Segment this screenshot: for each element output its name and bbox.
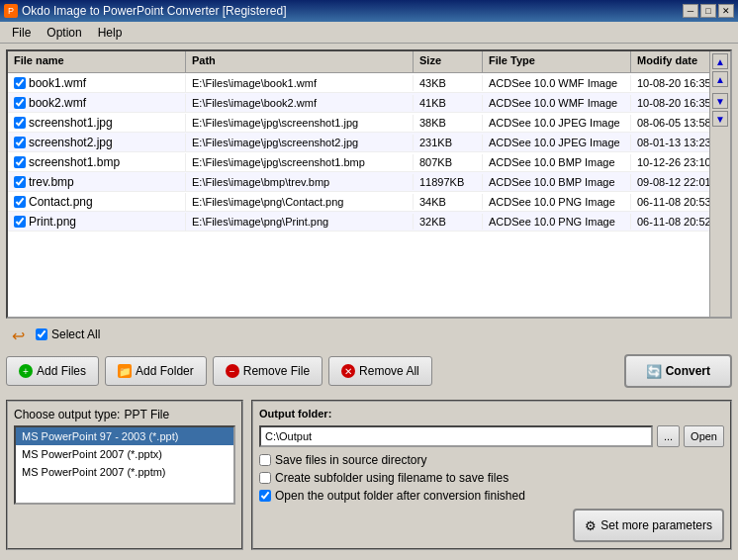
td-size: 32KB bbox=[414, 214, 483, 230]
row-checkbox-2[interactable] bbox=[14, 117, 26, 129]
option-checkbox-2[interactable] bbox=[259, 490, 271, 502]
option-checkbox-0[interactable] bbox=[259, 454, 271, 466]
filename-text: trev.bmp bbox=[29, 175, 74, 189]
option-label-1: Create subfolder using filename to save … bbox=[275, 471, 508, 485]
add-folder-label: Add Folder bbox=[136, 364, 194, 378]
row-checkbox-cell[interactable]: trev.bmp bbox=[14, 175, 179, 189]
td-date: 08-01-13 13:23 bbox=[631, 135, 709, 150]
remove-file-icon: − bbox=[226, 364, 239, 378]
td-name: Contact.png bbox=[8, 193, 186, 211]
titlebar-title: P Okdo Image to PowerPoint Converter [Re… bbox=[4, 4, 286, 18]
td-date: 09-08-12 22:01 bbox=[631, 174, 709, 190]
td-size: 34KB bbox=[414, 194, 483, 210]
row-checkbox-1[interactable] bbox=[14, 97, 26, 109]
td-type: ACDSee 10.0 PNG Image bbox=[483, 194, 631, 210]
col-modifydate: Modify date bbox=[631, 51, 709, 72]
row-checkbox-6[interactable] bbox=[14, 196, 26, 208]
option-checkbox-1[interactable] bbox=[259, 472, 271, 484]
minimize-button[interactable]: ─ bbox=[683, 4, 698, 18]
params-row: ⚙ Set more parameters bbox=[259, 509, 724, 542]
row-checkbox-cell[interactable]: Print.png bbox=[14, 215, 179, 229]
td-path: E:\Files\image\bmp\trev.bmp bbox=[186, 174, 414, 190]
td-path: E:\Files\image\png\Print.png bbox=[186, 214, 414, 230]
td-path: E:\Files\image\jpg\screenshot2.jpg bbox=[186, 135, 414, 150]
output-option[interactable]: MS PowerPoint 2007 (*.pptx) bbox=[16, 445, 233, 463]
output-option[interactable]: MS PowerPoint 2007 (*.pptm) bbox=[16, 463, 233, 481]
row-checkbox-7[interactable] bbox=[14, 216, 26, 228]
table-row: screenshot2.jpg E:\Files\image\jpg\scree… bbox=[8, 133, 709, 152]
maximize-button[interactable]: □ bbox=[700, 4, 716, 18]
back-icon[interactable]: ↩ bbox=[12, 327, 32, 342]
remove-all-icon: ✕ bbox=[341, 364, 355, 378]
convert-button[interactable]: 🔄 Convert bbox=[624, 354, 732, 388]
close-button[interactable]: ✕ bbox=[718, 4, 734, 18]
output-type-title: Choose output type: PPT File bbox=[14, 408, 235, 421]
add-files-button[interactable]: + Add Files bbox=[6, 356, 99, 386]
output-folder-panel: Output folder: ... Open Save files in so… bbox=[251, 400, 732, 550]
output-type-label: Choose output type: bbox=[14, 408, 120, 421]
scroll-down-button[interactable]: ▼ bbox=[712, 93, 728, 109]
convert-icon: 🔄 bbox=[646, 364, 662, 379]
td-type: ACDSee 10.0 JPEG Image bbox=[483, 115, 631, 131]
row-checkbox-0[interactable] bbox=[14, 77, 26, 89]
filename-text: screenshot2.jpg bbox=[29, 136, 113, 149]
row-checkbox-cell[interactable]: screenshot1.bmp bbox=[14, 155, 179, 169]
action-buttons-bar: + Add Files 📁 Add Folder − Remove File ✕… bbox=[6, 350, 732, 392]
td-type: ACDSee 10.0 PNG Image bbox=[483, 214, 631, 230]
output-type-list[interactable]: MS PowerPoint 97 - 2003 (*.ppt)MS PowerP… bbox=[14, 425, 235, 505]
row-checkbox-cell[interactable]: screenshot2.jpg bbox=[14, 136, 179, 149]
col-filetype: File Type bbox=[483, 51, 631, 72]
row-checkbox-3[interactable] bbox=[14, 137, 26, 148]
td-date: 10-08-20 16:35 bbox=[631, 75, 709, 91]
row-checkbox-cell[interactable]: Contact.png bbox=[14, 195, 179, 209]
remove-all-button[interactable]: ✕ Remove All bbox=[328, 356, 432, 386]
row-checkbox-4[interactable] bbox=[14, 156, 26, 168]
checkbox-row-0: Save files in source directory bbox=[259, 453, 724, 467]
scroll-top-button[interactable]: ▲ bbox=[712, 53, 728, 69]
filename-text: book2.wmf bbox=[29, 96, 86, 110]
td-size: 43KB bbox=[414, 75, 483, 91]
row-checkbox-cell[interactable]: screenshot1.jpg bbox=[14, 116, 179, 130]
td-name: book1.wmf bbox=[8, 74, 186, 92]
scroll-up-button[interactable]: ▲ bbox=[712, 71, 728, 87]
window-controls: ─ □ ✕ bbox=[683, 4, 734, 18]
td-date: 06-11-08 20:52 bbox=[631, 214, 709, 230]
checkbox-row-2: Open the output folder after conversion … bbox=[259, 489, 724, 503]
menu-option[interactable]: Option bbox=[39, 24, 89, 42]
td-name: screenshot1.jpg bbox=[8, 114, 186, 132]
remove-file-button[interactable]: − Remove File bbox=[213, 356, 323, 386]
file-table-body: book1.wmf E:\Files\image\book1.wmf 43KB … bbox=[8, 73, 709, 317]
td-name: book2.wmf bbox=[8, 94, 186, 112]
select-all-checkbox[interactable] bbox=[36, 328, 47, 340]
add-folder-icon: 📁 bbox=[118, 364, 132, 378]
table-row: book1.wmf E:\Files\image\book1.wmf 43KB … bbox=[8, 73, 709, 93]
add-folder-button[interactable]: 📁 Add Folder bbox=[105, 356, 207, 386]
td-date: 10-12-26 23:10 bbox=[631, 154, 709, 170]
td-name: Print.png bbox=[8, 213, 186, 231]
output-type-panel: Choose output type: PPT File MS PowerPoi… bbox=[6, 400, 243, 550]
browse-button[interactable]: ... bbox=[657, 425, 680, 447]
set-params-button[interactable]: ⚙ Set more parameters bbox=[573, 509, 724, 542]
main-content: File name Path Size File Type Modify dat… bbox=[0, 44, 738, 560]
row-checkbox-cell[interactable]: book2.wmf bbox=[14, 96, 179, 110]
output-option[interactable]: MS PowerPoint 97 - 2003 (*.ppt) bbox=[16, 427, 233, 445]
scroll-bottom-button[interactable]: ▼ bbox=[712, 111, 728, 127]
gear-icon: ⚙ bbox=[585, 518, 597, 533]
file-list-panel: File name Path Size File Type Modify dat… bbox=[6, 49, 732, 319]
td-name: screenshot2.jpg bbox=[8, 134, 186, 151]
row-checkbox-cell[interactable]: book1.wmf bbox=[14, 76, 179, 90]
titlebar: P Okdo Image to PowerPoint Converter [Re… bbox=[0, 0, 738, 22]
table-header: File name Path Size File Type Modify dat… bbox=[8, 51, 709, 73]
select-all-label: Select All bbox=[51, 327, 100, 341]
output-folder-input[interactable] bbox=[259, 425, 653, 447]
row-checkbox-5[interactable] bbox=[14, 176, 26, 188]
col-filename: File name bbox=[8, 51, 186, 72]
set-params-label: Set more parameters bbox=[600, 518, 712, 532]
open-folder-button[interactable]: Open bbox=[684, 425, 724, 447]
td-path: E:\Files\image\png\Contact.png bbox=[186, 194, 414, 210]
menu-file[interactable]: File bbox=[4, 24, 39, 42]
menu-help[interactable]: Help bbox=[90, 24, 131, 42]
table-row: Contact.png E:\Files\image\png\Contact.p… bbox=[8, 192, 709, 212]
remove-file-label: Remove File bbox=[243, 364, 310, 378]
td-type: ACDSee 10.0 JPEG Image bbox=[483, 135, 631, 150]
